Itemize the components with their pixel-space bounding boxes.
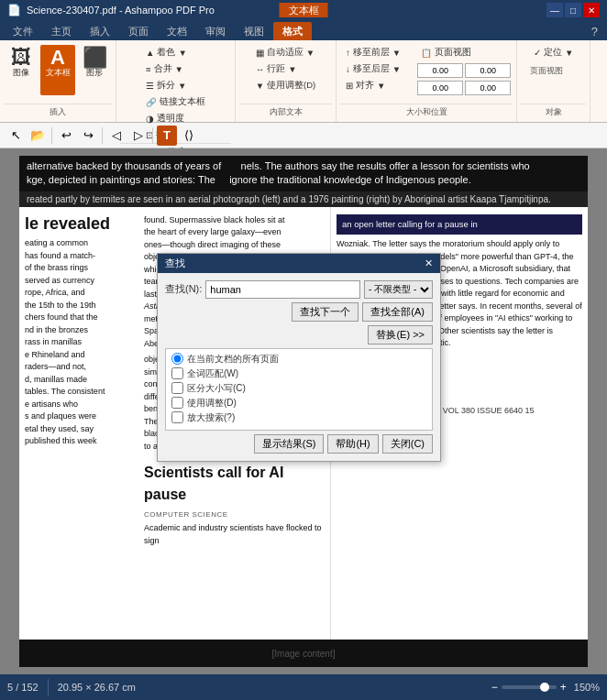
ribbon-group-object-top: ✓ 定位 ▼ 页面视图 [528,42,579,104]
align-btn[interactable]: ⊞ 对齐 ▼ [342,78,404,93]
tab-format[interactable]: 格式 [273,22,312,40]
toolbar-sep1 [51,127,52,144]
tab-review[interactable]: 审阅 [196,22,235,40]
find-search-label: 查找(N): [165,282,202,296]
find-fullword-checkbox[interactable] [171,367,183,379]
inner-text-adjust-label: 使用调整(D) [267,80,315,92]
size-w-input[interactable] [417,81,463,95]
find-close-button[interactable]: 关闭(C) [382,434,433,454]
toolbar-open-btn[interactable]: 📂 [28,126,48,146]
find-all-button[interactable]: 查找全部(A) [362,302,433,322]
zoom-in-button[interactable]: + [560,681,567,694]
format-split-label: 拆分 [157,80,175,92]
title-bar-controls[interactable]: — □ ✕ [546,3,600,17]
find-dialog: 查找 ✕ 查找(N): - 不限类型 - 查找下一个 查找全部(A) [157,253,441,462]
tab-help[interactable]: ? [582,23,607,40]
format-opacity-btn[interactable]: ◑ 透明度 [142,111,209,126]
size-h-input[interactable] [465,81,511,95]
tab-document[interactable]: 文档 [158,22,196,40]
page-number: 5 / 152 [7,682,39,693]
move-back-dropdown: ▼ [392,64,401,74]
position-x-input[interactable] [417,63,463,78]
ribbon-btn-image-label: 图像 [13,69,29,78]
find-next-button[interactable]: 查找下一个 [292,302,359,322]
page-size: 20.95 × 26.67 cm [58,682,136,693]
page-view-btn[interactable]: 📋 页面视图 [417,45,511,60]
top-banner-text: alternative backed by thousands of years… [27,160,530,185]
inner-text-rowspace-btn[interactable]: ↔ 行距 ▼ [252,61,320,77]
ribbon-group-size-pos-top: ↑ 移至前层 ▼ ↓ 移至后层 ▼ ⊞ 对齐 ▼ 📋 页面视图 [340,42,513,104]
tab-view[interactable]: 视图 [235,22,273,40]
find-dialog-body: 查找(N): - 不限类型 - 查找下一个 查找全部(A) 替换(E) >> [158,273,440,461]
toolbar-undo-btn[interactable]: ↩ [56,126,76,146]
find-match-page-radio[interactable] [171,353,183,365]
tab-label: 文本框 [280,3,328,17]
format-merge-btn[interactable]: ≡ 合并 ▼ [142,61,209,77]
toolbar-text-btn[interactable]: T [157,126,177,146]
move-back-label: 移至后层 [353,63,390,75]
toolbar-back-btn[interactable]: ◁ [106,126,127,146]
format-link-btn[interactable]: 🔗 链接文本框 [142,94,209,110]
position-y-input[interactable] [465,63,511,78]
size-pos-right-btns: 📋 页面视图 [415,45,513,95]
find-type-dropdown[interactable]: - 不限类型 - [364,280,433,299]
format-color-btn[interactable]: ▲ 着色 ▼ [142,45,209,60]
toolbar-select-btn[interactable]: ⟨⟩ [179,126,199,146]
opacity-icon: ◑ [146,114,154,124]
ribbon-group-inner-text-label: 内部文本 [239,104,332,120]
doc-para-left: eating a commonhas found a match-of the … [25,237,133,448]
find-search-input[interactable] [205,280,360,299]
inner-text-auto-btn[interactable]: ▦ 自动适应 ▼ [252,45,320,60]
find-adjust-checkbox[interactable] [171,397,183,409]
inner-text-adjust-btn[interactable]: ▼ 使用调整(D) [252,78,320,93]
tab-page[interactable]: 页面 [119,22,158,40]
image-icon: 🖼 [11,48,31,68]
tab-home[interactable]: 主页 [42,22,81,40]
find-enlarge-row: 放大搜索(?) [171,411,426,424]
close-button[interactable]: ✕ [583,3,600,17]
ribbon-group-object: ✓ 定位 ▼ 页面视图 对象 [517,40,590,122]
title-bar: 📄 Science-230407.pdf - Ashampoo PDF Pro … [0,0,607,20]
tab-insert[interactable]: 插入 [81,22,119,40]
maximize-button[interactable]: □ [565,3,581,17]
status-sep1 [48,679,49,695]
tab-file[interactable]: 文件 [4,22,42,40]
format-split-btn[interactable]: ☰ 拆分 ▼ [142,78,209,93]
ribbon-btn-textbox[interactable]: A 文本框 [40,45,75,95]
ribbon-btn-image[interactable]: 🖼 图像 [4,45,39,95]
find-case-label: 区分大小写(C) [187,382,246,395]
ribbon-btn-shape-label: 图形 [86,69,103,78]
object-size-label: 页面视图 [530,65,577,77]
zoom-out-button[interactable]: − [491,681,498,694]
find-dialog-close-icon[interactable]: ✕ [425,257,433,269]
zoom-level: 150% [574,682,600,693]
move-back-btn[interactable]: ↓ 移至后层 ▼ [342,61,404,77]
bottom-images-label: [Image content] [272,649,336,659]
find-adjust-row: 使用调整(D) [171,397,426,410]
find-help-button[interactable]: 帮助(H) [327,434,378,454]
move-front-btn[interactable]: ↑ 移至前层 ▼ [342,45,404,60]
window-title: Science-230407.pdf - Ashampoo PDF Pro [27,5,215,16]
find-case-checkbox[interactable] [171,382,183,394]
find-adjust-label: 使用调整(D) [187,397,237,410]
find-show-results-button[interactable]: 显示结果(S) [254,434,325,454]
find-replace-button[interactable]: 替换(E) >> [368,325,433,345]
find-enlarge-checkbox[interactable] [171,411,183,423]
object-position-btn[interactable]: ✓ 定位 ▼ [530,45,577,60]
toolbar-redo-btn[interactable]: ↪ [78,126,98,146]
position-icon: ✓ [534,48,541,58]
find-btns-row2: 替换(E) >> [165,325,433,345]
minimize-button[interactable]: — [546,3,563,17]
ribbon-btn-shape[interactable]: ⬛ 图形 [77,45,112,95]
toolbar-fwd-btn[interactable]: ▷ [128,126,149,146]
toolbar-pointer-btn[interactable]: ↖ [6,126,26,146]
object-position-label: 定位 [544,47,562,59]
find-case-row: 区分大小写(C) [171,382,426,395]
toolbar: ↖ 📂 ↩ ↪ ◁ ▷ T ⟨⟩ [0,123,607,148]
doc-heading-left: le revealed [25,214,133,235]
shape-icon: ⬛ [83,48,107,68]
ribbon-group-format: ▲ 着色 ▼ ≡ 合并 ▼ ☰ 拆分 ▼ 🔗 链接文本框 [116,40,236,122]
zoom-slider[interactable]: − + [491,681,567,694]
caption-banner: reated partly by termites are seen in an… [19,191,588,207]
merge-icon: ≡ [146,64,151,74]
